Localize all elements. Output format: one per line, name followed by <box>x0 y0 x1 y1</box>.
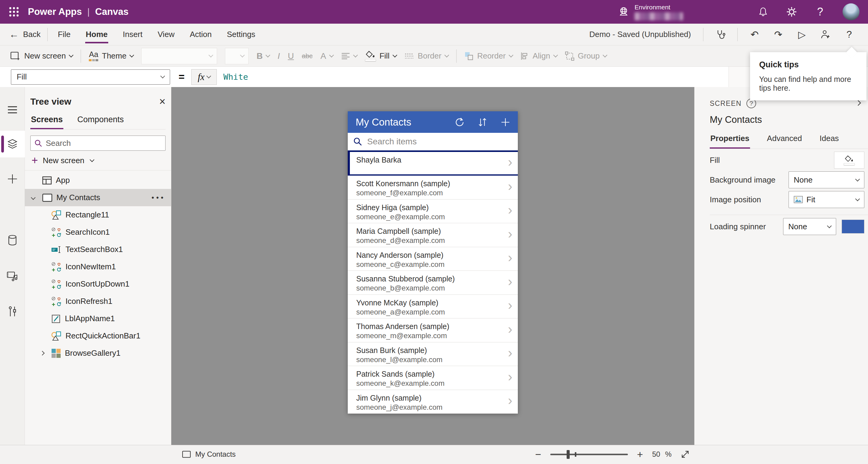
close-icon[interactable]: × <box>159 96 165 107</box>
zoom-slider-thumb[interactable] <box>567 450 570 459</box>
media-icon[interactable] <box>0 264 25 288</box>
app-search-box[interactable] <box>348 133 518 152</box>
zoom-slider-track[interactable] <box>550 454 628 455</box>
background-image-dropdown[interactable]: None <box>788 171 864 188</box>
tree-search-input[interactable] <box>46 138 162 148</box>
help-button[interactable]: ? <box>842 28 856 41</box>
properties-tab[interactable]: Properties <box>710 134 750 149</box>
app-checker-stethoscope-icon[interactable] <box>714 28 727 41</box>
text-align-button[interactable] <box>341 53 357 60</box>
chevron-right-icon[interactable]: › <box>508 202 513 217</box>
tree-item[interactable]: LblAppName1 <box>25 310 171 327</box>
chevron-right-icon[interactable]: › <box>508 298 513 313</box>
menu-item[interactable]: Action <box>189 26 212 43</box>
tree-item[interactable]: SearchIcon1 <box>25 223 171 241</box>
caret-right-icon[interactable] <box>40 351 44 356</box>
contact-row[interactable]: Nancy Anderson (sample) someone_c@exampl… <box>348 247 518 271</box>
chevron-right-icon[interactable]: › <box>508 154 513 169</box>
contact-row[interactable]: Jim Glynn (sample) someone_j@example.com… <box>348 390 518 414</box>
fx-dropdown[interactable]: fx <box>191 69 217 85</box>
hamburger-menu-icon[interactable] <box>0 97 25 122</box>
font-color-button[interactable]: A <box>320 51 333 61</box>
tree-tab[interactable]: Components <box>77 115 124 129</box>
app-title-label[interactable]: My Contacts <box>355 117 411 128</box>
tree-item[interactable]: IconSortUpDown1 <box>25 275 171 292</box>
advanced-tools-icon[interactable] <box>0 299 25 324</box>
back-button[interactable]: ← Back <box>9 29 41 40</box>
tree-item[interactable]: App <box>25 172 171 189</box>
chevron-right-icon[interactable]: › <box>508 393 513 408</box>
menu-item[interactable]: File <box>57 26 71 43</box>
tree-item[interactable]: IconNewItem1 <box>25 258 171 275</box>
menu-item[interactable]: Insert <box>122 26 143 43</box>
contact-row[interactable]: Scott Konersmann (sample) someone_f@exam… <box>348 176 518 199</box>
tree-item[interactable]: IconRefresh1 <box>25 292 171 310</box>
property-selector[interactable]: Fill <box>11 69 170 85</box>
menu-item[interactable]: Settings <box>226 26 256 43</box>
environment-picker[interactable]: Environment <box>618 3 683 20</box>
italic-button[interactable]: I <box>277 51 280 61</box>
image-position-dropdown[interactable]: Fit <box>788 191 864 208</box>
tree-item[interactable]: RectQuickActionBar1 <box>25 327 171 344</box>
spinner-color-swatch[interactable] <box>842 220 864 234</box>
current-screen-indicator[interactable]: My Contacts <box>182 450 236 459</box>
chevron-right-icon[interactable]: › <box>508 369 513 384</box>
user-avatar[interactable] <box>842 3 860 20</box>
design-canvas[interactable]: My Contacts <box>171 87 694 445</box>
chevron-right-icon[interactable]: › <box>508 274 513 289</box>
chevron-right-icon[interactable]: › <box>508 321 513 337</box>
new-screen-tree-button[interactable]: + New screen <box>30 151 165 170</box>
app-search-input[interactable] <box>367 137 513 147</box>
tree-item[interactable]: BrowseGallery1 <box>25 344 171 362</box>
contact-row[interactable]: Sidney Higa (sample) someone_e@example.c… <box>348 199 518 223</box>
phone-screen-preview[interactable]: My Contacts <box>348 111 518 414</box>
zoom-out-button[interactable]: − <box>535 449 541 460</box>
tree-tab[interactable]: Screens <box>30 115 63 129</box>
caret-down-icon[interactable] <box>31 195 35 200</box>
reorder-button[interactable]: Reorder <box>464 51 513 61</box>
chevron-right-icon[interactable]: › <box>508 179 513 194</box>
chevron-right-icon[interactable]: › <box>508 226 513 241</box>
more-options-button[interactable]: ••• <box>152 193 165 202</box>
contact-row[interactable]: Yvonne McKay (sample) someone_a@example.… <box>348 295 518 319</box>
properties-tab[interactable]: Ideas <box>819 134 839 149</box>
underline-button[interactable]: U <box>288 51 294 61</box>
settings-gear-icon[interactable] <box>785 6 798 18</box>
properties-tab[interactable]: Advanced <box>767 134 803 149</box>
strikethrough-button[interactable]: abc <box>302 52 312 60</box>
app-title-bar[interactable]: My Contacts <box>348 111 518 133</box>
chevron-right-icon[interactable]: › <box>508 250 513 265</box>
zoom-in-button[interactable]: + <box>637 449 643 460</box>
notifications-bell-icon[interactable] <box>757 6 769 18</box>
font-size-dropdown[interactable] <box>225 48 249 64</box>
tree-item[interactable]: Rectangle11 <box>25 206 171 223</box>
theme-button[interactable]: Aa Theme <box>89 51 133 61</box>
tree-view-rail-button[interactable] <box>0 131 25 157</box>
tree-search-box[interactable] <box>30 135 165 151</box>
tree-item[interactable]: TextSearchBox1 <box>25 241 171 258</box>
data-sources-icon[interactable] <box>0 228 25 253</box>
zoom-slider[interactable] <box>550 450 628 459</box>
refresh-icon[interactable] <box>454 117 464 127</box>
formula-input[interactable] <box>217 69 728 85</box>
fill-button[interactable]: Fill <box>365 51 397 61</box>
fit-to-window-icon[interactable] <box>681 450 690 459</box>
border-button[interactable]: Border <box>404 51 448 61</box>
font-family-dropdown[interactable] <box>141 48 217 64</box>
align-button[interactable]: Align <box>521 51 557 61</box>
help-icon[interactable]: ? <box>814 6 826 18</box>
fill-color-button[interactable] <box>834 152 864 168</box>
contact-row[interactable]: Thomas Andersen (sample) someone_m@examp… <box>348 318 518 342</box>
menu-item[interactable]: View <box>157 26 175 43</box>
chevron-right-icon[interactable]: › <box>508 345 513 360</box>
waffle-icon[interactable] <box>5 3 23 20</box>
group-button[interactable]: Group <box>565 51 607 61</box>
undo-icon[interactable]: ↶ <box>748 28 761 41</box>
tree-item[interactable]: My Contacts ••• <box>25 189 171 206</box>
loading-spinner-dropdown[interactable]: None <box>783 218 836 235</box>
contact-row[interactable]: Susanna Stubberod (sample) someone_b@exa… <box>348 271 518 295</box>
bold-button[interactable]: B <box>256 51 270 61</box>
redo-icon[interactable]: ↷ <box>772 28 785 41</box>
add-item-icon[interactable] <box>500 117 510 127</box>
contact-row[interactable]: Susan Burk (sample) someone_l@example.co… <box>348 342 518 366</box>
